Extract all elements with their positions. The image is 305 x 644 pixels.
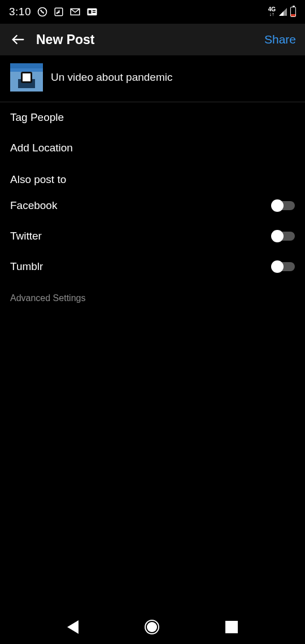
caption-row[interactable]: Un video about pandemic xyxy=(0,55,305,102)
news-icon xyxy=(86,8,98,16)
share-button[interactable]: Share xyxy=(264,33,297,46)
facebook-row: Facebook xyxy=(0,190,305,221)
advanced-settings-button[interactable]: Advanced Settings xyxy=(0,282,305,315)
toggle-knob xyxy=(271,230,284,242)
facebook-toggle[interactable] xyxy=(272,201,295,210)
tag-people-row[interactable]: Tag People xyxy=(0,102,305,133)
toggle-knob xyxy=(271,199,284,212)
add-location-label: Add Location xyxy=(10,142,73,154)
page-title: New Post xyxy=(36,32,264,47)
add-location-row[interactable]: Add Location xyxy=(0,133,305,163)
svg-rect-4 xyxy=(89,10,91,14)
twitter-toggle[interactable] xyxy=(272,232,295,241)
status-left: 3:10 xyxy=(9,6,98,18)
app-header: New Post Share xyxy=(0,24,305,55)
back-button[interactable] xyxy=(8,29,28,50)
toggle-knob xyxy=(271,260,284,273)
signal-icon xyxy=(279,8,287,16)
facebook-label: Facebook xyxy=(10,199,57,212)
status-right: 4G ↓↑ xyxy=(268,7,296,17)
battery-icon xyxy=(290,7,296,17)
caption-input[interactable]: Un video about pandemic xyxy=(51,71,172,84)
clock: 3:10 xyxy=(9,6,31,18)
nav-recent-button[interactable] xyxy=(225,621,238,633)
svg-rect-6 xyxy=(93,12,95,13)
tumblr-label: Tumblr xyxy=(10,260,43,273)
tag-people-label: Tag People xyxy=(10,111,64,124)
tumblr-row: Tumblr xyxy=(0,251,305,282)
also-post-label: Also post to xyxy=(0,163,305,190)
post-thumbnail[interactable] xyxy=(10,63,43,92)
mail-icon xyxy=(69,8,81,16)
tumblr-toggle[interactable] xyxy=(272,262,295,271)
status-bar: 3:10 4G ↓↑ xyxy=(0,0,305,24)
svg-rect-5 xyxy=(93,10,95,11)
twitter-label: Twitter xyxy=(10,230,42,242)
whatsapp-icon xyxy=(37,6,48,18)
battery-fill xyxy=(291,14,295,16)
twitter-row: Twitter xyxy=(0,221,305,251)
music-icon xyxy=(54,7,64,17)
android-nav-bar xyxy=(0,610,305,644)
nav-back-button[interactable] xyxy=(67,620,79,634)
network-type-icon: 4G ↓↑ xyxy=(268,7,276,17)
nav-home-button[interactable] xyxy=(145,620,159,634)
